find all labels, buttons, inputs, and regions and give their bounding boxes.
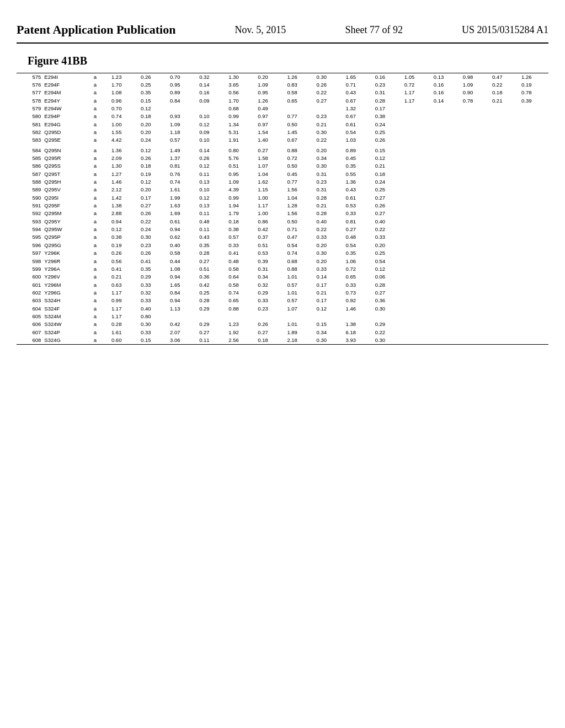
table-row: 584Q295Na1.360.121.490.140.800.270.880.2… — [17, 147, 548, 154]
col-name: E294G — [42, 121, 88, 129]
col-value: 0.27 — [190, 258, 219, 265]
col-value: 0.12 — [131, 147, 161, 154]
col-name: Q295M — [42, 210, 88, 217]
col-value — [395, 265, 424, 273]
col-value: 0.25 — [131, 81, 161, 89]
col-name: S324F — [42, 305, 88, 313]
col-value: 1.15 — [248, 186, 278, 194]
col-letter: a — [88, 249, 102, 257]
col-value: 0.22 — [131, 218, 161, 226]
col-value — [483, 218, 512, 226]
col-value: 0.83 — [278, 81, 307, 89]
col-value: 0.43 — [190, 233, 219, 241]
col-value: 1.38 — [102, 202, 131, 210]
col-value — [395, 273, 424, 281]
col-name: Q295W — [42, 226, 88, 233]
col-value — [483, 242, 512, 249]
col-value: 0.26 — [131, 73, 161, 81]
col-letter: a — [88, 210, 102, 217]
col-number: 580 — [17, 113, 42, 120]
col-value — [454, 210, 483, 217]
col-value — [483, 336, 512, 345]
col-value: 0.26 — [190, 154, 219, 162]
col-value — [395, 202, 424, 210]
col-name: Q295H — [42, 178, 88, 186]
col-value: 3.93 — [336, 336, 365, 345]
col-value — [483, 186, 512, 194]
col-value: 0.88 — [278, 147, 307, 154]
col-value: 1.13 — [161, 305, 190, 313]
col-value — [424, 154, 454, 162]
col-value: 0.84 — [161, 289, 190, 297]
col-value — [483, 154, 512, 162]
col-value — [395, 154, 424, 162]
col-value — [541, 113, 548, 120]
col-name: Q295V — [42, 186, 88, 194]
col-value: 0.99 — [219, 194, 248, 202]
col-letter: a — [88, 297, 102, 304]
col-value — [424, 147, 454, 154]
col-value: 0.35 — [131, 89, 161, 97]
col-value: 0.22 — [483, 81, 512, 89]
table-row: 599Y296Aa0.410.351.080.510.580.310.880.3… — [17, 265, 548, 273]
col-value: 0.41 — [219, 249, 248, 257]
col-value: 0.11 — [190, 210, 219, 217]
col-letter: a — [88, 105, 102, 113]
col-value: 0.40 — [365, 218, 395, 226]
col-value: 1.92 — [219, 329, 248, 336]
col-value: 0.72 — [395, 81, 424, 89]
col-name: Y296K — [42, 249, 88, 257]
col-value: 6.18 — [336, 329, 365, 336]
col-value: 0.42 — [248, 226, 278, 233]
col-value: 0.12 — [365, 154, 395, 162]
col-value: 1.79 — [219, 210, 248, 217]
col-value: 1.34 — [219, 121, 248, 129]
col-value: 1.23 — [219, 320, 248, 328]
col-value: 0.26 — [365, 202, 395, 210]
col-number: 576 — [17, 81, 42, 89]
col-value — [541, 162, 548, 170]
col-letter: a — [88, 218, 102, 226]
col-value — [395, 210, 424, 217]
col-value — [454, 162, 483, 170]
col-value: 0.26 — [307, 81, 336, 89]
col-value: 0.68 — [278, 258, 307, 265]
col-value: 0.21 — [307, 289, 336, 297]
col-value: 0.30 — [365, 305, 395, 313]
col-letter: a — [88, 329, 102, 336]
col-value: 0.27 — [248, 329, 278, 336]
col-name: Q295P — [42, 233, 88, 241]
col-value — [395, 170, 424, 178]
col-value: 0.31 — [307, 170, 336, 178]
col-value: 0.23 — [131, 242, 161, 249]
col-value: 0.67 — [336, 113, 365, 120]
col-value — [541, 320, 548, 328]
col-value — [512, 129, 541, 136]
col-value: 0.60 — [102, 336, 131, 345]
col-value — [395, 113, 424, 120]
col-number: 579 — [17, 105, 42, 113]
col-value: 1.17 — [102, 289, 131, 297]
col-value: 1.99 — [161, 194, 190, 202]
page-header: Patent Application Publication Nov. 5, 2… — [17, 22, 548, 44]
sheet-info: Sheet 77 of 92 — [345, 22, 402, 36]
col-value — [454, 218, 483, 226]
col-value — [483, 136, 512, 144]
col-value — [483, 178, 512, 186]
col-value: 0.14 — [190, 81, 219, 89]
col-value: 1.37 — [161, 154, 190, 162]
col-value — [541, 242, 548, 249]
col-value: 2.09 — [102, 154, 131, 162]
col-name: S324W — [42, 320, 88, 328]
col-value — [395, 313, 424, 320]
col-name: Y296M — [42, 281, 88, 289]
table-row: 588Q295Ha1.460.120.740.131.091.620.770.2… — [17, 178, 548, 186]
col-value — [424, 242, 454, 249]
table-row: 586Q295Sa1.300.180.810.120.511.070.500.3… — [17, 162, 548, 170]
col-value: 0.33 — [336, 210, 365, 217]
col-value: 0.42 — [161, 320, 190, 328]
table-row: 579E294Wa0.700.120.680.491.320.17 — [17, 105, 548, 113]
col-value — [541, 154, 548, 162]
col-value: 0.50 — [278, 121, 307, 129]
col-value: 0.27 — [307, 97, 336, 105]
